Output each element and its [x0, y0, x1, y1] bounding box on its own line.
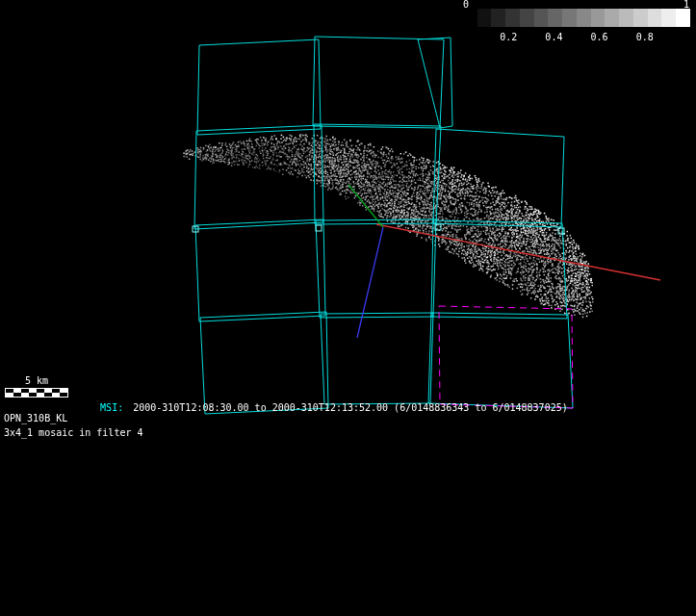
observation-time-range: 2000-310T12:08:30.00 to 2000-310T12:13:5…	[133, 402, 568, 413]
axis-blue-line	[357, 227, 383, 338]
colorbar: 0 1 0.2 0.4 0.6 0.8	[463, 0, 690, 46]
axis-green-line	[348, 185, 383, 227]
orientation-axes	[348, 185, 660, 338]
scale-bar: 5 km	[5, 375, 68, 398]
mosaic-footprint-overlay[interactable]	[0, 0, 696, 616]
colorbar-tick-label: 0.2	[500, 33, 517, 42]
axis-red-line	[376, 224, 660, 280]
image-footprint[interactable]	[433, 129, 564, 227]
scale-checker-icon	[5, 388, 68, 398]
image-footprint[interactable]	[314, 124, 441, 224]
image-footprint[interactable]	[313, 37, 444, 128]
scale-label: 5 km	[5, 375, 68, 386]
image-footprint[interactable]	[321, 313, 433, 404]
colorbar-ramp	[463, 9, 690, 27]
colorbar-tick-label: 0.4	[545, 33, 562, 42]
status-line: MSI:2000-310T12:08:30.00 to 2000-310T12:…	[77, 392, 568, 424]
image-footprint[interactable]	[431, 220, 567, 319]
footer-info: OPN_310B_KL 3x4_1 mosaic in filter 4	[4, 413, 143, 442]
sequence-id: OPN_310B_KL	[4, 413, 143, 424]
colorbar-tick-label: 0.6	[591, 33, 608, 42]
image-footprint[interactable]	[197, 39, 321, 135]
instrument-label: MSI:	[100, 402, 123, 413]
colorbar-tick-label: 0.8	[636, 33, 654, 42]
mosaic-description: 3x4_1 mosaic in filter 4	[4, 427, 143, 438]
image-footprint[interactable]	[194, 125, 323, 229]
footprint-corner-marker	[558, 228, 564, 234]
image-footprint[interactable]	[418, 38, 452, 128]
image-footprint[interactable]	[195, 219, 325, 321]
msi-mosaic-viewer: 0 1 0.2 0.4 0.6 0.8 5 km MSI:2000-310T12…	[0, 0, 696, 616]
image-footprint[interactable]	[316, 219, 436, 318]
